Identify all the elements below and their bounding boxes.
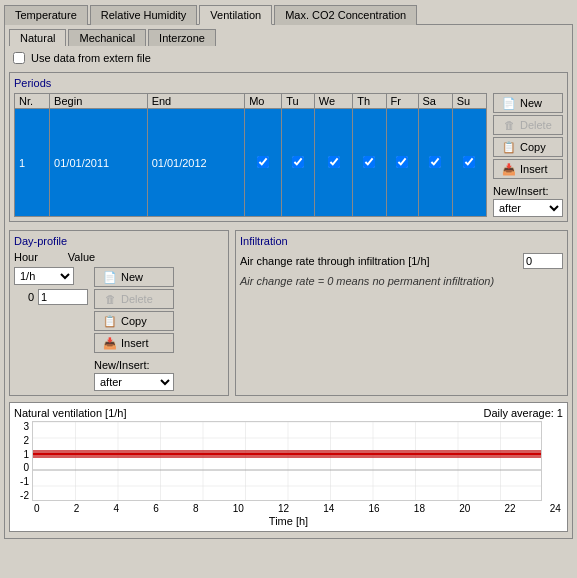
x-tick-20: 20 xyxy=(459,503,470,514)
periods-new-insert-label: New/Insert: xyxy=(493,185,563,197)
dp-copy-button[interactable]: 📋 Copy xyxy=(94,311,174,331)
x-tick-12: 12 xyxy=(278,503,289,514)
x-tick-4: 4 xyxy=(113,503,119,514)
dp-insert-button[interactable]: 📥 Insert xyxy=(94,333,174,353)
x-tick-10: 10 xyxy=(233,503,244,514)
chart-svg xyxy=(32,421,542,501)
col-su: Su xyxy=(452,94,486,109)
cell-we[interactable] xyxy=(314,109,353,217)
infiltration-rate-input[interactable] xyxy=(523,253,563,269)
periods-buttons: 📄 New 🗑 Delete 📋 Copy 📥 Insert xyxy=(493,93,563,217)
lower-section: Day-profile Hour Value 1/h m³/h xyxy=(9,230,568,396)
periods-box: Periods Nr. Begin End Mo Tu We Th Fr xyxy=(9,72,568,222)
x-tick-14: 14 xyxy=(323,503,334,514)
periods-label: Periods xyxy=(14,77,563,89)
x-tick-24: 24 xyxy=(550,503,561,514)
y-tick-2: 2 xyxy=(14,435,29,446)
dp-value-input-0[interactable] xyxy=(38,289,88,305)
value-unit-select[interactable]: 1/h m³/h xyxy=(14,267,74,285)
sub-tab-bar: Natural Mechanical Interzone xyxy=(9,29,568,46)
tab-ventilation[interactable]: Ventilation xyxy=(199,5,272,25)
col-fr: Fr xyxy=(386,94,418,109)
dp-copy-icon: 📋 xyxy=(103,314,117,328)
col-tu: Tu xyxy=(282,94,315,109)
col-sa: Sa xyxy=(418,94,452,109)
infiltration-box: Infiltration Air change rate through inf… xyxy=(235,230,568,396)
day-profile-box: Day-profile Hour Value 1/h m³/h xyxy=(9,230,229,396)
main-panel: Natural Mechanical Interzone Use data fr… xyxy=(4,24,573,539)
dp-new-insert-select[interactable]: after before xyxy=(94,373,174,391)
dp-buttons: 📄 New 🗑 Delete 📋 Copy 📥 xyxy=(94,267,174,391)
cell-tu[interactable] xyxy=(282,109,315,217)
day-profile-label: Day-profile xyxy=(14,235,224,247)
y-tick-1: 1 xyxy=(14,449,29,460)
x-tick-0: 0 xyxy=(34,503,40,514)
x-tick-6: 6 xyxy=(153,503,159,514)
y-tick-n1: -1 xyxy=(14,476,29,487)
dp-row-0: 0 xyxy=(14,289,88,305)
cell-end: 01/01/2012 xyxy=(147,109,245,217)
sub-tab-mechanical[interactable]: Mechanical xyxy=(68,29,146,46)
dp-hour-0: 0 xyxy=(14,291,34,303)
periods-table: Nr. Begin End Mo Tu We Th Fr Sa Su xyxy=(14,93,487,217)
x-tick-2: 2 xyxy=(74,503,80,514)
insert-icon: 📥 xyxy=(502,162,516,176)
col-we: We xyxy=(314,94,353,109)
y-tick-3: 3 xyxy=(14,421,29,432)
x-axis-label: Time [h] xyxy=(14,515,563,527)
chart-title: Natural ventilation [1/h] xyxy=(14,407,127,419)
col-end: End xyxy=(147,94,245,109)
cell-nr: 1 xyxy=(15,109,50,217)
periods-new-button[interactable]: 📄 New xyxy=(493,93,563,113)
sub-tab-natural[interactable]: Natural xyxy=(9,29,66,46)
value-col-label: Value xyxy=(68,251,95,263)
y-axis: 3 2 1 0 -1 -2 xyxy=(14,421,32,501)
delete-icon: 🗑 xyxy=(502,118,516,132)
infiltration-note: Air change rate = 0 means no permanent i… xyxy=(240,275,563,287)
new-icon: 📄 xyxy=(502,96,516,110)
infiltration-rate-label: Air change rate through infiltration [1/… xyxy=(240,255,519,267)
cell-sa[interactable] xyxy=(418,109,452,217)
y-tick-n2: -2 xyxy=(14,490,29,501)
periods-insert-button[interactable]: 📥 Insert xyxy=(493,159,563,179)
x-tick-18: 18 xyxy=(414,503,425,514)
col-nr: Nr. xyxy=(15,94,50,109)
chart-header: Natural ventilation [1/h] Daily average:… xyxy=(14,407,563,419)
cell-mo[interactable] xyxy=(245,109,282,217)
hour-col-label: Hour xyxy=(14,251,38,263)
sub-tab-interzone[interactable]: Interzone xyxy=(148,29,216,46)
periods-new-insert-select[interactable]: after before xyxy=(493,199,563,217)
extern-file-row: Use data from extern file xyxy=(13,52,568,64)
infiltration-label: Infiltration xyxy=(240,235,563,247)
col-th: Th xyxy=(353,94,386,109)
copy-icon: 📋 xyxy=(502,140,516,154)
extern-file-checkbox[interactable] xyxy=(13,52,25,64)
y-tick-0: 0 xyxy=(14,462,29,473)
tab-temperature[interactable]: Temperature xyxy=(4,5,88,25)
x-axis: 0 2 4 6 8 10 12 14 16 18 20 22 24 xyxy=(14,503,563,514)
cell-su[interactable] xyxy=(452,109,486,217)
dp-delete-button[interactable]: 🗑 Delete xyxy=(94,289,174,309)
dp-delete-icon: 🗑 xyxy=(103,292,117,306)
dp-new-icon: 📄 xyxy=(103,270,117,284)
x-tick-8: 8 xyxy=(193,503,199,514)
dp-rows-area: 1/h m³/h 0 xyxy=(14,267,88,306)
cell-fr[interactable] xyxy=(386,109,418,217)
tab-co2[interactable]: Max. CO2 Concentration xyxy=(274,5,417,25)
periods-delete-button[interactable]: 🗑 Delete xyxy=(493,115,563,135)
cell-th[interactable] xyxy=(353,109,386,217)
tab-relative-humidity[interactable]: Relative Humidity xyxy=(90,5,198,25)
extern-file-label: Use data from extern file xyxy=(31,52,151,64)
col-mo: Mo xyxy=(245,94,282,109)
x-tick-22: 22 xyxy=(504,503,515,514)
dp-new-button[interactable]: 📄 New xyxy=(94,267,174,287)
periods-copy-button[interactable]: 📋 Copy xyxy=(493,137,563,157)
infiltration-rate-row: Air change rate through infiltration [1/… xyxy=(240,253,563,269)
chart-area: Natural ventilation [1/h] Daily average:… xyxy=(9,402,568,532)
table-row[interactable]: 1 01/01/2011 01/01/2012 xyxy=(15,109,487,217)
periods-table-area: Nr. Begin End Mo Tu We Th Fr Sa Su xyxy=(14,93,563,217)
dp-new-insert-label: New/Insert: xyxy=(94,359,174,371)
col-begin: Begin xyxy=(50,94,148,109)
dp-insert-icon: 📥 xyxy=(103,336,117,350)
cell-begin: 01/01/2011 xyxy=(50,109,148,217)
